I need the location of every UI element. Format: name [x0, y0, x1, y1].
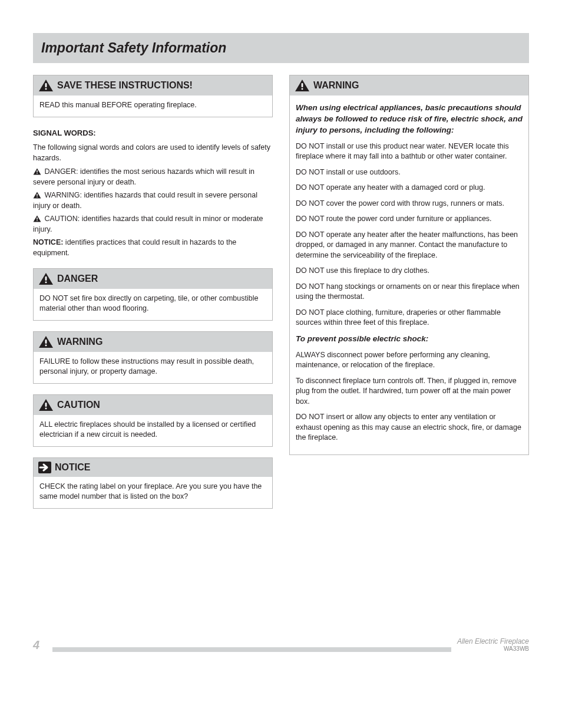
warning-icon	[33, 215, 41, 222]
svg-rect-13	[45, 407, 47, 409]
section-title: Important Safety Information	[33, 33, 529, 63]
precaution-item: DO NOT hang stockings or ornaments on or…	[296, 282, 523, 302]
precaution-item: DO NOT cover the power cord with throw r…	[296, 199, 523, 209]
danger-box: DANGER DO NOT set fire box directly on c…	[33, 268, 273, 321]
signal-danger-line: DANGER: identifies the most serious haza…	[33, 166, 273, 187]
svg-rect-1	[45, 88, 47, 90]
precaution-item: DO NOT operate any heater with a damaged…	[296, 183, 523, 193]
precaution-item: DO NOT route the power cord under furnit…	[296, 214, 523, 225]
svg-rect-11	[45, 344, 47, 346]
signal-notice-line: NOTICE: identifies practices that could …	[33, 237, 273, 258]
caution-body: ALL electric fireplaces should be instal…	[34, 415, 272, 446]
svg-rect-12	[45, 403, 47, 407]
precaution-item: DO NOT operate any heater after the heat…	[296, 230, 523, 261]
footer-rule	[52, 647, 451, 652]
caution-box: CAUTION ALL electric fireplaces should b…	[33, 394, 273, 447]
arrow-icon	[38, 462, 51, 473]
signal-words-block: SIGNAL WORDS: The following signal words…	[33, 128, 273, 259]
svg-rect-8	[45, 276, 47, 281]
notice-box: NOTICE CHECK the rating label on your fi…	[33, 457, 273, 509]
svg-rect-6	[37, 218, 38, 220]
danger-body: DO NOT set fire box directly on carpetin…	[34, 289, 272, 320]
precautions-subhead-2: To prevent possible electric shock:	[296, 334, 523, 345]
danger-label: DANGER	[57, 274, 98, 284]
warning-icon	[295, 79, 310, 92]
save-instructions-body: READ this manual BEFORE operating firepl…	[34, 95, 272, 117]
svg-rect-7	[37, 220, 38, 222]
svg-rect-15	[302, 83, 303, 87]
svg-rect-3	[37, 173, 38, 174]
precautions-box: WARNING When using electrical appliances…	[289, 75, 529, 455]
precaution-item: DO NOT install or use this product near …	[296, 141, 523, 162]
signal-warning-line: WARNING: identifies hazards that could r…	[33, 190, 273, 211]
precautions-subhead-1: When using electrical appliances, basic …	[296, 103, 523, 136]
precautions-label: WARNING	[313, 80, 359, 91]
caution-label: CAUTION	[57, 400, 100, 410]
svg-rect-10	[45, 340, 47, 344]
precaution-item: ALWAYS disconnect power before performin…	[296, 350, 523, 371]
warning-label: WARNING	[57, 337, 103, 347]
notice-body: CHECK the rating label on your fireplace…	[34, 477, 272, 508]
footer-brand: Allen Electric Fireplace	[457, 637, 529, 645]
signal-caution-line: CAUTION: identifies hazards that could r…	[33, 213, 273, 235]
warning-icon	[38, 272, 54, 285]
footer-code: WA33WB	[457, 645, 529, 652]
signal-words-heading: SIGNAL WORDS:	[33, 128, 273, 139]
precaution-item: To disconnect fireplace turn controls of…	[296, 376, 523, 407]
svg-rect-0	[45, 83, 47, 87]
svg-rect-4	[37, 194, 38, 196]
warning-icon	[33, 192, 41, 199]
save-instructions-label: SAVE THESE INSTRUCTIONS!	[57, 80, 193, 91]
precaution-item: DO NOT use this fireplace to dry clothes…	[296, 266, 523, 276]
precaution-item: DO NOT place clothing, furniture, draper…	[296, 308, 523, 328]
save-instructions-box: SAVE THESE INSTRUCTIONS! READ this manua…	[33, 75, 273, 117]
signal-words-intro: The following signal words and colors ar…	[33, 142, 273, 163]
warning-icon	[38, 335, 54, 348]
notice-label: NOTICE	[55, 462, 90, 473]
page-number: 4	[33, 638, 39, 652]
warning-body: FAILURE to follow these instructions may…	[34, 352, 272, 383]
precaution-item: DO NOT insert or allow any objects to en…	[296, 412, 523, 443]
warning-box: WARNING FAILURE to follow these instruct…	[33, 331, 273, 384]
svg-rect-2	[37, 170, 38, 172]
warning-icon	[38, 398, 54, 411]
precaution-item: DO NOT install or use outdoors.	[296, 167, 523, 178]
svg-rect-16	[302, 88, 303, 90]
warning-icon	[38, 79, 54, 92]
svg-rect-5	[37, 196, 38, 197]
warning-icon	[33, 168, 41, 175]
page-footer: 4 Allen Electric Fireplace WA33WB	[33, 637, 529, 652]
svg-rect-9	[45, 281, 47, 283]
